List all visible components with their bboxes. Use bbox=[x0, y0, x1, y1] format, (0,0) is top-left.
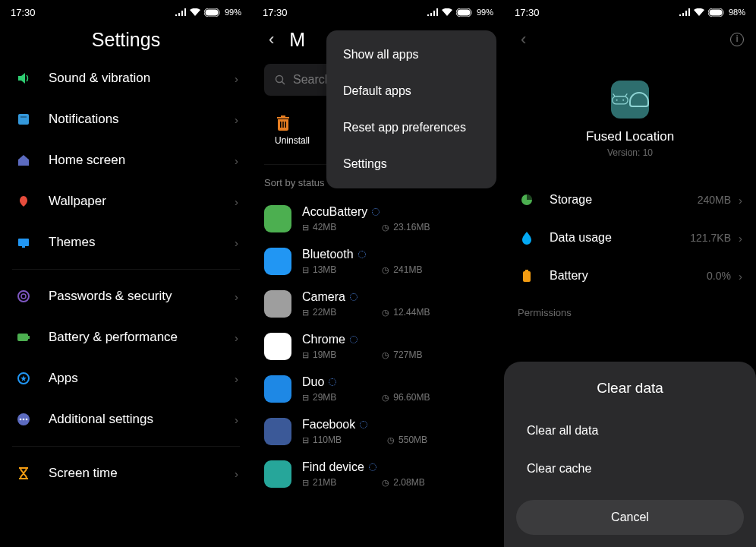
status-time: 17:30 bbox=[515, 7, 540, 18]
additional-settings-icon bbox=[14, 409, 33, 429]
settings-item-wallpaper[interactable]: Wallpaper› bbox=[0, 181, 252, 222]
storage-stat-icon: ⊟ bbox=[302, 393, 309, 403]
clear-data-sheet: Clear data Clear all dataClear cache Can… bbox=[504, 362, 756, 547]
detail-battery[interactable]: Battery0.0%› bbox=[504, 257, 756, 295]
settings-item-home-screen[interactable]: Home screen› bbox=[0, 140, 252, 181]
status-bar: 17:30 99% bbox=[252, 0, 504, 21]
wifi-icon bbox=[442, 8, 452, 16]
svg-line-18 bbox=[282, 82, 285, 85]
settings-label: Home screen bbox=[49, 153, 235, 168]
time-stat-icon: ◷ bbox=[382, 265, 389, 275]
status-bar: 17:30 99% bbox=[0, 0, 252, 21]
popup-reset-prefs[interactable]: Reset app preferences bbox=[326, 109, 496, 146]
sheet-clear-cache[interactable]: Clear cache bbox=[516, 450, 744, 488]
app-name: AccuBattery bbox=[302, 205, 367, 219]
svg-point-25 bbox=[616, 100, 618, 101]
app-time: 550MB bbox=[398, 435, 427, 445]
data-usage-icon bbox=[518, 229, 536, 247]
app-row[interactable]: Facebook⊟110MB◷550MB bbox=[252, 410, 504, 453]
popup-default-apps[interactable]: Default apps bbox=[326, 73, 496, 109]
panel-app-detail: 17:30 98% ‹ i Fused Location Version: 10… bbox=[504, 0, 756, 547]
wallpaper-icon bbox=[14, 191, 33, 211]
svg-rect-8 bbox=[17, 334, 28, 341]
divider bbox=[12, 446, 240, 447]
back-button[interactable]: ‹ bbox=[264, 25, 279, 54]
wifi-icon bbox=[694, 8, 704, 16]
storage-icon bbox=[518, 191, 536, 209]
app-icon bbox=[264, 248, 291, 275]
settings-item-passwords-security[interactable]: Passwords & security› bbox=[0, 276, 252, 317]
battery-icon bbox=[708, 8, 725, 17]
app-badge-icon bbox=[372, 208, 380, 216]
svg-rect-19 bbox=[280, 122, 282, 128]
overflow-popup: Show all appsDefault appsReset app prefe… bbox=[326, 30, 496, 188]
app-row[interactable]: Find device⊟21MB◷2.08MB bbox=[252, 453, 504, 495]
battery-percent: 99% bbox=[477, 8, 493, 17]
svg-line-28 bbox=[625, 93, 628, 96]
svg-rect-23 bbox=[709, 9, 722, 15]
screen-time-icon bbox=[14, 463, 33, 483]
app-row[interactable]: AccuBattery⊟42MB◷23.16MB bbox=[252, 198, 504, 240]
app-size: 19MB bbox=[313, 349, 336, 360]
svg-line-27 bbox=[613, 93, 616, 96]
detail-storage[interactable]: Storage240MB› bbox=[504, 181, 756, 219]
app-row[interactable]: Chrome⊟19MB◷727MB bbox=[252, 325, 504, 368]
chevron-right-icon: › bbox=[235, 154, 238, 167]
time-stat-icon: ◷ bbox=[382, 478, 389, 488]
app-size: 42MB bbox=[313, 222, 336, 232]
signal-icon bbox=[175, 8, 186, 16]
status-bar: 17:30 98% bbox=[504, 0, 756, 21]
svg-point-17 bbox=[276, 76, 283, 83]
settings-item-additional-settings[interactable]: Additional settings› bbox=[0, 399, 252, 440]
info-icon[interactable]: i bbox=[730, 33, 744, 46]
popup-settings[interactable]: Settings bbox=[326, 146, 496, 182]
svg-rect-3 bbox=[20, 116, 27, 118]
time-stat-icon: ◷ bbox=[387, 435, 395, 445]
settings-item-battery-performance[interactable]: Battery & performance› bbox=[0, 317, 252, 358]
detail-rows: Storage240MB›Data usage121.7KB›Battery0.… bbox=[504, 181, 756, 295]
svg-point-12 bbox=[20, 419, 22, 421]
back-button[interactable]: ‹ bbox=[516, 25, 531, 54]
settings-list: Sound & vibration›Notifications›Home scr… bbox=[0, 58, 252, 494]
settings-item-screen-time[interactable]: Screen time› bbox=[0, 453, 252, 494]
app-badge-icon bbox=[350, 293, 358, 301]
status-time: 17:30 bbox=[263, 7, 288, 18]
app-version: Version: 10 bbox=[504, 147, 756, 158]
settings-item-notifications[interactable]: Notifications› bbox=[0, 99, 252, 140]
battery-percent: 98% bbox=[729, 8, 745, 17]
app-row[interactable]: Camera⊟22MB◷12.44MB bbox=[252, 283, 504, 325]
chevron-right-icon: › bbox=[235, 72, 238, 85]
svg-rect-16 bbox=[457, 9, 470, 15]
status-icons: 99% bbox=[427, 8, 493, 17]
svg-rect-21 bbox=[285, 122, 287, 128]
app-icon bbox=[264, 460, 291, 488]
svg-point-26 bbox=[622, 100, 624, 101]
cancel-button[interactable]: Cancel bbox=[516, 500, 744, 535]
app-row[interactable]: Bluetooth⊟13MB◷241MB bbox=[252, 240, 504, 283]
sheet-clear-all[interactable]: Clear all data bbox=[516, 412, 744, 450]
detail-value: 121.7KB bbox=[690, 232, 731, 244]
uninstall-action[interactable]: Uninstall bbox=[275, 114, 310, 146]
battery-performance-icon bbox=[14, 327, 33, 347]
settings-label: Wallpaper bbox=[49, 194, 235, 209]
app-name: Camera bbox=[302, 290, 345, 304]
sheet-options: Clear all dataClear cache bbox=[516, 412, 744, 488]
chevron-right-icon: › bbox=[235, 372, 238, 385]
storage-stat-icon: ⊟ bbox=[302, 435, 309, 445]
app-row[interactable]: Duo⊟29MB◷96.60MB bbox=[252, 368, 504, 410]
battery-icon bbox=[456, 8, 473, 17]
settings-item-sound-vibration[interactable]: Sound & vibration› bbox=[0, 58, 252, 99]
popup-show-all[interactable]: Show all apps bbox=[326, 36, 496, 73]
wifi-icon bbox=[190, 8, 200, 16]
settings-item-themes[interactable]: Themes› bbox=[0, 222, 252, 263]
settings-label: Passwords & security bbox=[49, 289, 235, 304]
detail-data-usage[interactable]: Data usage121.7KB› bbox=[504, 219, 756, 257]
settings-item-apps[interactable]: Apps› bbox=[0, 358, 252, 399]
app-time: 96.60MB bbox=[393, 392, 430, 403]
signal-icon bbox=[427, 8, 438, 16]
storage-stat-icon: ⊟ bbox=[302, 223, 309, 232]
app-time: 23.16MB bbox=[393, 222, 430, 232]
settings-label: Additional settings bbox=[49, 412, 235, 427]
storage-stat-icon: ⊟ bbox=[302, 350, 309, 360]
time-stat-icon: ◷ bbox=[382, 308, 389, 318]
